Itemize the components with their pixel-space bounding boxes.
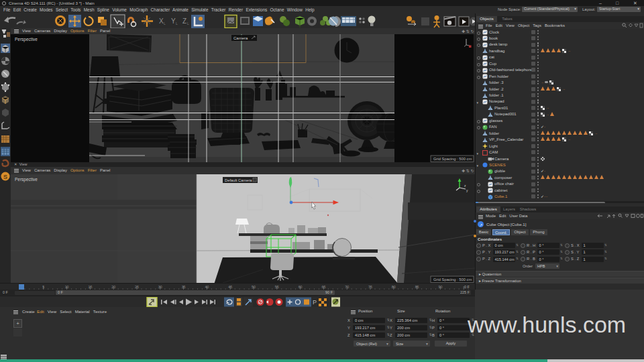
svg-text:L: L bbox=[164, 21, 166, 25]
svg-text:45: 45 bbox=[228, 285, 232, 289]
svg-text:80: 80 bbox=[392, 285, 396, 289]
svg-text:5: 5 bbox=[42, 285, 44, 289]
svg-text:15: 15 bbox=[88, 285, 92, 289]
svg-text:30: 30 bbox=[158, 285, 162, 289]
svg-text:70: 70 bbox=[345, 285, 349, 289]
svg-text:55: 55 bbox=[275, 285, 279, 289]
svg-text:60: 60 bbox=[299, 285, 303, 289]
svg-text:Z: Z bbox=[182, 17, 186, 25]
svg-text:S: S bbox=[3, 174, 7, 180]
svg-text:P: P bbox=[313, 299, 317, 306]
svg-text:Perspective: Perspective bbox=[15, 37, 38, 42]
svg-text:X: X bbox=[159, 17, 164, 25]
svg-text:Grid Spacing : 500 cm: Grid Spacing : 500 cm bbox=[433, 157, 472, 161]
svg-text:65: 65 bbox=[321, 285, 325, 289]
svg-text:85: 85 bbox=[415, 285, 419, 289]
svg-text:75: 75 bbox=[368, 285, 372, 289]
svg-text:Y: Y bbox=[171, 17, 176, 25]
svg-text:Perspective: Perspective bbox=[15, 177, 38, 182]
svg-text:25: 25 bbox=[135, 285, 139, 289]
svg-text:40: 40 bbox=[205, 285, 209, 289]
svg-text:Default Camera: Default Camera bbox=[225, 178, 252, 182]
svg-text:10: 10 bbox=[65, 285, 69, 289]
svg-text:0 F: 0 F bbox=[464, 285, 470, 289]
svg-text:L: L bbox=[176, 21, 178, 25]
svg-text:Grid Spacing : 500 cm: Grid Spacing : 500 cm bbox=[433, 278, 472, 282]
svg-text:Camera: Camera bbox=[233, 36, 248, 40]
svg-text:50: 50 bbox=[252, 285, 256, 289]
svg-text:90: 90 bbox=[438, 285, 442, 289]
svg-text:35: 35 bbox=[182, 285, 186, 289]
svg-text:L: L bbox=[187, 21, 189, 25]
svg-text:20: 20 bbox=[111, 285, 115, 289]
